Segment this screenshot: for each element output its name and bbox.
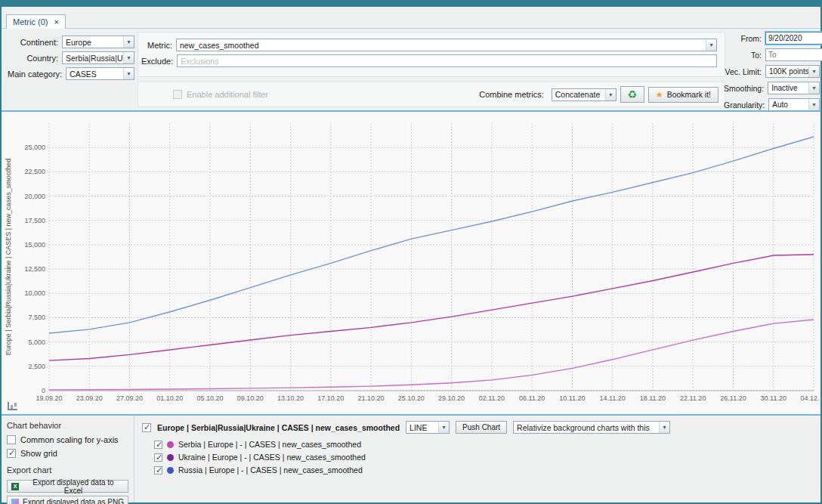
image-icon <box>11 499 19 504</box>
svg-text:04.12.20: 04.12.20 <box>800 394 820 402</box>
bottom-section: Chart behavior Common scaling for y-axis… <box>2 416 820 502</box>
continent-value: Europe <box>63 38 123 47</box>
svg-text:25,000: 25,000 <box>24 144 45 151</box>
series-row-serbia[interactable]: Serbia | Europe | - | CASES | new_cases_… <box>154 440 820 449</box>
to-date-value[interactable] <box>766 51 822 59</box>
show-grid-checkbox[interactable] <box>7 449 16 458</box>
continent-label: Continent: <box>8 38 62 47</box>
metric-panel: Metric: new_cases_smoothed ▾ Exclude: <box>138 32 725 77</box>
svg-text:15,000: 15,000 <box>24 241 45 249</box>
bookmark-button[interactable]: ★ Bookmark it! <box>648 87 718 103</box>
svg-text:12,500: 12,500 <box>24 265 45 273</box>
combine-metrics-select[interactable]: Concatenate ▾ <box>552 88 616 101</box>
granularity-label: Granularity: <box>724 100 768 110</box>
series-group-checkbox[interactable] <box>142 423 151 432</box>
chevron-down-icon[interactable]: ▾ <box>659 422 669 433</box>
chevron-down-icon[interactable]: ▾ <box>438 422 449 433</box>
svg-text:5,000: 5,000 <box>28 339 45 346</box>
exclude-label: Exclude: <box>141 57 177 66</box>
chart-area: 02,5005,0007,50010,00012,50015,00017,500… <box>2 110 820 416</box>
common-scaling-checkbox[interactable] <box>7 435 16 444</box>
main-category-select[interactable]: CASES ▾ <box>66 67 134 80</box>
series-checkbox[interactable] <box>154 466 162 475</box>
metric-label: Metric: <box>141 41 176 50</box>
smoothing-select[interactable]: Inactive ▾ <box>768 82 820 94</box>
series-checkbox[interactable] <box>154 441 162 449</box>
tab-metric-label: Metric (0) <box>13 17 48 26</box>
continent-select[interactable]: Europe ▾ <box>62 36 134 48</box>
chevron-down-icon[interactable]: ▾ <box>808 99 819 110</box>
app-window: Metric (0) × Continent: Europe ▾ Country… <box>0 0 822 504</box>
svg-text:05.10.20: 05.10.20 <box>197 394 224 402</box>
chevron-down-icon[interactable]: ▾ <box>706 39 716 51</box>
svg-text:23.09.20: 23.09.20 <box>76 394 103 402</box>
country-select[interactable]: Serbia|Russia|Ukraine ▾ <box>62 51 134 64</box>
chevron-down-icon[interactable]: ▾ <box>123 52 134 63</box>
svg-text:17.10.20: 17.10.20 <box>317 394 344 402</box>
chart-axes-icon[interactable] <box>8 402 17 410</box>
svg-text:2,500: 2,500 <box>28 363 45 370</box>
svg-text:27.09.20: 27.09.20 <box>116 394 143 402</box>
smoothing-label: Smoothing: <box>724 84 768 93</box>
granularity-select[interactable]: Auto ▾ <box>768 98 820 111</box>
line-type-value: LINE <box>406 423 438 432</box>
line-chart: 02,5005,0007,50010,00012,50015,00017,500… <box>2 113 820 412</box>
from-date-value[interactable] <box>766 34 822 42</box>
series-checkbox[interactable] <box>154 453 162 462</box>
svg-text:20,000: 20,000 <box>24 193 45 200</box>
svg-text:02.11.20: 02.11.20 <box>479 394 505 402</box>
relativize-select[interactable]: Relativize background charts with this ▾ <box>513 421 670 434</box>
svg-text:30.11.20: 30.11.20 <box>761 394 786 402</box>
chevron-down-icon[interactable]: ▾ <box>808 82 819 94</box>
push-chart-label: Push Chart <box>462 423 500 431</box>
chevron-down-icon[interactable]: ▾ <box>808 66 819 77</box>
series-color-dot <box>167 454 174 461</box>
additional-filter-checkbox[interactable] <box>173 90 182 99</box>
push-chart-button[interactable]: Push Chart <box>456 421 507 434</box>
svg-text:01.10.20: 01.10.20 <box>156 394 183 402</box>
export-excel-label: Export displayed data to Excel <box>23 478 124 495</box>
export-png-label: Export displayed data as PNG <box>23 498 124 504</box>
main-category-label: Main category: <box>8 70 66 79</box>
exclude-input[interactable] <box>177 54 717 67</box>
combine-metrics-value: Concatenate <box>552 90 605 99</box>
show-grid-label: Show grid <box>20 449 57 458</box>
granularity-value: Auto <box>769 100 808 109</box>
svg-text:Europe | Serbia|Russia|Ukraine: Europe | Serbia|Russia|Ukraine | CASES |… <box>5 159 12 355</box>
svg-text:19.09.20: 19.09.20 <box>36 394 62 402</box>
svg-text:13.10.20: 13.10.20 <box>277 394 304 402</box>
refresh-icon: ♻ <box>627 88 637 100</box>
svg-text:22,500: 22,500 <box>24 168 45 175</box>
svg-text:10.11.20: 10.11.20 <box>559 394 585 402</box>
chevron-down-icon[interactable]: ▾ <box>123 68 134 79</box>
tab-close-icon[interactable]: × <box>54 17 58 26</box>
refresh-metrics-button[interactable]: ♻ <box>620 86 644 103</box>
line-type-select[interactable]: LINE ▾ <box>406 421 450 434</box>
chart-behavior-panel: Chart behavior Common scaling for y-axis… <box>2 416 134 502</box>
metric-select[interactable]: new_cases_smoothed ▾ <box>176 39 717 51</box>
svg-text:21.10.20: 21.10.20 <box>358 394 385 402</box>
vec-limit-label: Vec. Limit: <box>724 67 765 76</box>
chevron-down-icon[interactable]: ▾ <box>605 89 616 100</box>
svg-text:06.11.20: 06.11.20 <box>519 394 545 402</box>
tab-metric[interactable]: Metric (0) × <box>6 14 66 29</box>
vec-limit-select[interactable]: 100K points/line ▾ <box>765 65 820 78</box>
to-date-input[interactable]: ▦ <box>765 48 822 61</box>
chevron-down-icon[interactable]: ▾ <box>123 36 134 48</box>
series-header-row: Europe | Serbia|Russia|Ukraine | CASES |… <box>142 421 820 434</box>
series-row-russia[interactable]: Russia | Europe | - | CASES | new_cases_… <box>154 465 820 475</box>
additional-filter-label: Enable additional filter <box>187 90 268 99</box>
series-label: Russia | Europe | - | CASES | new_cases_… <box>178 465 363 475</box>
from-label: From: <box>724 34 765 43</box>
from-date-input[interactable]: ▦ <box>765 32 822 45</box>
series-row-ukraine[interactable]: Ukraine | Europe | - | CASES | new_cases… <box>154 453 820 462</box>
country-label: Country: <box>8 54 62 63</box>
main-category-value: CASES <box>66 70 123 79</box>
svg-text:18.11.20: 18.11.20 <box>640 394 666 402</box>
svg-text:7,500: 7,500 <box>28 314 45 321</box>
chart-behavior-title: Chart behavior <box>7 421 128 430</box>
series-panel: Europe | Serbia|Russia|Ukraine | CASES |… <box>134 416 820 502</box>
export-excel-button[interactable]: X Export displayed data to Excel <box>7 480 128 493</box>
tab-bar: Metric (0) × <box>2 7 820 29</box>
export-png-button[interactable]: Export displayed data as PNG <box>7 496 128 504</box>
